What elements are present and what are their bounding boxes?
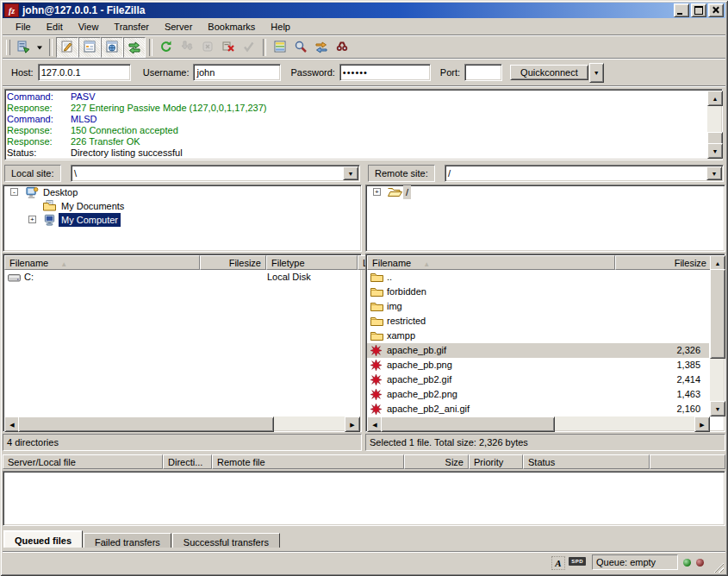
site-manager-button[interactable] (13, 38, 34, 57)
tree-item-desktop[interactable]: -Desktop (3, 185, 361, 199)
file-row-apache-pb2.png[interactable]: apache_pb2.png1,463 (367, 387, 709, 402)
tab-successful-transfers[interactable]: Successful transfers (172, 533, 280, 548)
activity-led-green (683, 559, 691, 567)
chevron-down-icon[interactable]: ▼ (706, 166, 722, 180)
site-manager-dropdown-icon (36, 42, 43, 53)
username-input[interactable]: john (193, 64, 281, 81)
disconnect-button[interactable] (218, 38, 239, 57)
toggle-queue-button[interactable] (123, 37, 146, 58)
remote-hscrollbar[interactable]: ◀ ▶ (367, 416, 710, 430)
quickconnect-button[interactable]: Quickconnect (510, 65, 588, 80)
tree-expander-plus-icon[interactable]: + (28, 216, 36, 223)
queue-column-remote-file[interactable]: Remote file (212, 454, 404, 469)
remote-site-label: Remote site: (368, 165, 435, 182)
tab-failed-transfers[interactable]: Failed transfers (84, 533, 171, 548)
local-hscrollbar[interactable]: ◀ ▶ (4, 416, 360, 430)
menu-bookmarks[interactable]: Bookmarks (200, 18, 263, 35)
menu-server[interactable]: Server (157, 18, 200, 35)
remote-vscrollbar-thumb[interactable] (710, 269, 725, 359)
toggle-message-log-button[interactable] (56, 37, 78, 58)
local-list-header: Filename▲FilesizeFiletypeL (4, 255, 383, 270)
column-header-filetype[interactable]: Filetype (266, 255, 358, 270)
tree-item-my-computer[interactable]: +My Computer (3, 213, 361, 227)
menu-file[interactable]: File (8, 18, 39, 35)
scroll-right-icon[interactable]: ▶ (345, 416, 360, 432)
file-row-img[interactable]: img (367, 299, 709, 314)
tab-queued-files[interactable]: Queued files (3, 530, 83, 548)
scroll-down-icon[interactable]: ▼ (707, 143, 723, 159)
password-input[interactable]: •••••• (339, 64, 431, 81)
queue-column-server-local-file[interactable]: Server/Local file (3, 454, 163, 469)
column-header-filesize[interactable]: Filesize (615, 255, 712, 270)
log-line: Response:150 Connection accepted (7, 125, 706, 136)
tree-item-label: / (403, 185, 411, 199)
directory-comparison-button[interactable] (290, 38, 311, 57)
toggle-local-tree-button[interactable] (78, 37, 101, 58)
queue-column-size[interactable]: Size (404, 454, 469, 469)
tree-item--[interactable]: +/ (366, 185, 725, 199)
remote-hscrollbar-thumb[interactable] (381, 416, 555, 432)
file-row-..[interactable]: .. (367, 270, 709, 285)
quickconnect-dropdown-button[interactable]: ▼ (589, 63, 604, 83)
site-manager-dropdown-button[interactable] (34, 38, 46, 57)
cancel-button[interactable] (197, 38, 218, 57)
toolbar-separator (149, 39, 152, 56)
scroll-up-icon[interactable]: ▲ (707, 91, 723, 106)
tree-expander-minus-icon[interactable]: - (10, 188, 18, 196)
resize-grip[interactable] (712, 561, 724, 573)
synchronized-browsing-button[interactable] (311, 38, 332, 57)
file-name: apache_pb.gif (387, 343, 446, 358)
menu-transfer[interactable]: Transfer (106, 18, 157, 35)
menu-view[interactable]: View (71, 18, 107, 35)
speed-limits-icon[interactable]: SPD (569, 557, 586, 566)
host-input[interactable]: 127.0.0.1 (38, 64, 131, 81)
maximize-button[interactable] (691, 3, 706, 17)
file-row-xampp[interactable]: xampp (367, 329, 709, 343)
close-button[interactable] (708, 3, 724, 17)
file-row-apache-pb.gif[interactable]: apache_pb.gif2,326 (367, 343, 709, 358)
local-site-combo[interactable]: \ ▼ (71, 165, 360, 182)
filter-button[interactable] (270, 38, 290, 57)
queue-column-directi-[interactable]: Directi... (163, 454, 212, 469)
local-list-rows: C:Local Disk (4, 270, 360, 285)
refresh-button[interactable] (156, 38, 177, 57)
log-label: Response: (7, 136, 71, 147)
folder-open-icon (388, 186, 402, 200)
find-files-button[interactable] (332, 38, 352, 57)
column-header-filename[interactable]: Filename▲ (367, 255, 615, 270)
file-row-forbidden[interactable]: forbidden (367, 285, 709, 299)
queue-header: Server/Local fileDirecti...Remote fileSi… (3, 454, 725, 471)
transfer-type-icon[interactable]: A (551, 556, 565, 570)
column-header-filesize[interactable]: Filesize (200, 255, 266, 270)
port-input[interactable] (464, 64, 502, 81)
file-row-C-[interactable]: C:Local Disk (4, 270, 360, 285)
reconnect-button[interactable] (239, 38, 259, 57)
file-row-restricted[interactable]: restricted (367, 314, 709, 329)
file-type: Local Disk (267, 270, 311, 285)
menu-help[interactable]: Help (263, 18, 298, 35)
menu-edit[interactable]: Edit (39, 18, 71, 35)
chevron-down-icon[interactable]: ▼ (343, 166, 358, 180)
local-hscrollbar-thumb[interactable] (18, 416, 274, 432)
log-scrollbar[interactable]: ▲ ▼ (707, 91, 721, 159)
password-label: Password: (290, 67, 334, 78)
log-line: Status:Directory listing successful (7, 147, 706, 158)
remote-site-combo[interactable]: / ▼ (445, 165, 724, 182)
scroll-right-icon[interactable]: ▶ (694, 416, 710, 432)
process-queue-button[interactable] (177, 38, 197, 57)
queue-column-status[interactable]: Status (523, 454, 650, 469)
tree-item-my-documents[interactable]: My Documents (3, 199, 361, 213)
tree-expander-plus-icon[interactable]: + (373, 188, 381, 196)
queue-column-priority[interactable]: Priority (469, 454, 523, 469)
file-row-apache-pb.png[interactable]: apache_pb.png1,385 (367, 358, 709, 373)
file-row-apache-pb2-ani.gif[interactable]: apache_pb2_ani.gif2,160 (367, 402, 709, 416)
remote-vscrollbar[interactable]: ▲ ▼ (710, 255, 724, 416)
minimize-button[interactable] (674, 3, 689, 17)
log-line: Response:226 Transfer OK (7, 136, 706, 147)
file-row-apache-pb2.gif[interactable]: apache_pb2.gif2,414 (367, 373, 709, 387)
toggle-remote-tree-button[interactable] (101, 37, 123, 58)
scroll-down-icon[interactable]: ▼ (710, 401, 725, 416)
toolbar-grip[interactable] (6, 40, 10, 55)
toolbar (3, 36, 725, 59)
column-header-filename[interactable]: Filename▲ (4, 255, 200, 270)
